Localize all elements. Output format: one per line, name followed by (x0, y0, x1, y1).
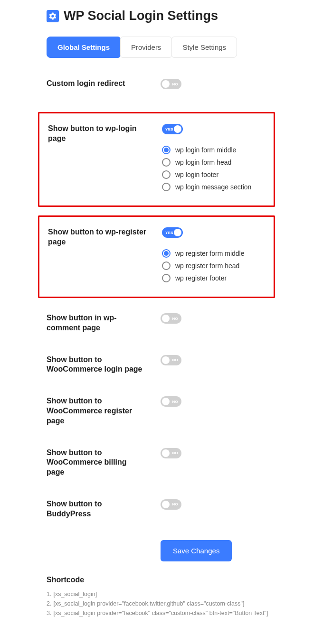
radio-label: wp login form middle (175, 146, 236, 154)
toggle-text: NO (172, 451, 178, 455)
setting-label: Show button to WooCommerce login page (47, 355, 156, 375)
radio-icon (162, 183, 171, 191)
radio-wp-login-footer[interactable]: wp login footer (162, 170, 265, 179)
toggle-wp-login[interactable]: YES (162, 124, 183, 134)
radio-label: wp login footer (175, 171, 218, 178)
radio-icon (162, 261, 171, 270)
radio-icon (162, 274, 171, 282)
toggle-text: NO (172, 400, 178, 404)
setting-label: Show button to wp-register page (48, 227, 157, 247)
toggle-woocommerce-register[interactable]: NO (161, 396, 181, 407)
shortcode-text: [xs_social_login provider="facebook" cla… (53, 610, 268, 616)
tab-style-settings[interactable]: Style Settings (171, 37, 237, 58)
radio-icon (162, 146, 171, 154)
shortcode-num: 3. (47, 610, 51, 616)
shortcode-text: [xs_social_login provider="facebook,twit… (53, 600, 244, 607)
setting-woocommerce-login: Show button to WooCommerce login page NO (38, 348, 275, 382)
toggle-text: NO (172, 358, 178, 362)
radio-label: wp register footer (175, 274, 227, 282)
toggle-knob (162, 356, 170, 364)
radio-label: wp register form middle (175, 250, 245, 257)
shortcode-section: Shortcode 1. [xs_social_login] 2. [xs_so… (47, 576, 313, 616)
radio-wp-login-form-middle[interactable]: wp login form middle (162, 146, 265, 154)
toggle-knob (174, 125, 181, 133)
setting-woocommerce-billing: Show button to WooCommerce billing page … (38, 441, 275, 484)
setting-label: Show button in wp-comment page (47, 313, 156, 333)
radio-wp-register-footer[interactable]: wp register footer (162, 274, 265, 282)
settings-gear-icon (47, 10, 59, 22)
radio-label: wp register form head (175, 262, 239, 270)
radio-label: wp login form head (175, 159, 231, 166)
toggle-knob (162, 501, 170, 508)
setting-woocommerce-register: Show button to WooCommerce register page… (38, 390, 275, 432)
toggle-custom-login-redirect[interactable]: NO (161, 79, 181, 89)
toggle-text: YES (165, 127, 173, 131)
shortcode-line: 1. [xs_social_login] (47, 591, 313, 597)
radio-icon (162, 158, 171, 167)
shortcode-num: 1. (47, 591, 51, 597)
toggle-wp-comment[interactable]: NO (161, 313, 181, 324)
shortcode-heading: Shortcode (47, 576, 313, 584)
setting-wp-comment: Show button in wp-comment page NO (38, 307, 275, 340)
shortcode-num: 2. (47, 600, 51, 607)
toggle-text: NO (172, 82, 178, 86)
toggle-knob (162, 80, 170, 88)
toggle-knob (162, 398, 170, 405)
radio-wp-register-form-head[interactable]: wp register form head (162, 261, 265, 270)
setting-label: Show button to BuddyPress (47, 499, 156, 519)
tab-providers[interactable]: Providers (120, 37, 172, 58)
settings-tabs: Global Settings Providers Style Settings (47, 37, 313, 58)
toggle-knob (162, 449, 170, 457)
setting-label: Show button to WooCommerce billing page (47, 448, 156, 477)
save-changes-button[interactable]: Save Changes (161, 540, 232, 561)
radio-wp-login-form-head[interactable]: wp login form head (162, 158, 265, 167)
setting-custom-login-redirect: Custom login redirect NO (38, 72, 275, 103)
toggle-knob (162, 315, 170, 322)
radio-icon (162, 170, 171, 179)
toggle-woocommerce-login[interactable]: NO (161, 355, 181, 365)
shortcode-line: 2. [xs_social_login provider="facebook,t… (47, 600, 313, 607)
toggle-text: NO (172, 317, 178, 321)
setting-wp-login: Show button to wp-login page YES wp logi… (38, 112, 275, 207)
toggle-woocommerce-billing[interactable]: NO (161, 448, 181, 458)
setting-wp-register: Show button to wp-register page YES wp r… (38, 215, 275, 298)
radio-icon (162, 249, 171, 258)
setting-buddypress: Show button to BuddyPress NO (38, 493, 275, 526)
radio-label: wp login message section (175, 183, 251, 191)
setting-label: Show button to wp-login page (48, 124, 157, 144)
toggle-text: YES (165, 231, 173, 235)
toggle-text: NO (172, 502, 178, 506)
radio-wp-login-message-section[interactable]: wp login message section (162, 183, 265, 191)
setting-label: Show button to WooCommerce register page (47, 396, 156, 426)
toggle-buddypress[interactable]: NO (161, 499, 181, 510)
setting-label: Custom login redirect (47, 79, 156, 89)
page-title: WP Social Login Settings (64, 9, 218, 23)
shortcode-text: [xs_social_login] (53, 591, 97, 597)
page-header: WP Social Login Settings (0, 9, 313, 23)
toggle-wp-register[interactable]: YES (162, 227, 183, 238)
shortcode-line: 3. [xs_social_login provider="facebook" … (47, 610, 313, 616)
toggle-knob (174, 229, 181, 236)
tab-global-settings[interactable]: Global Settings (47, 37, 121, 58)
radio-wp-register-form-middle[interactable]: wp register form middle (162, 249, 265, 258)
